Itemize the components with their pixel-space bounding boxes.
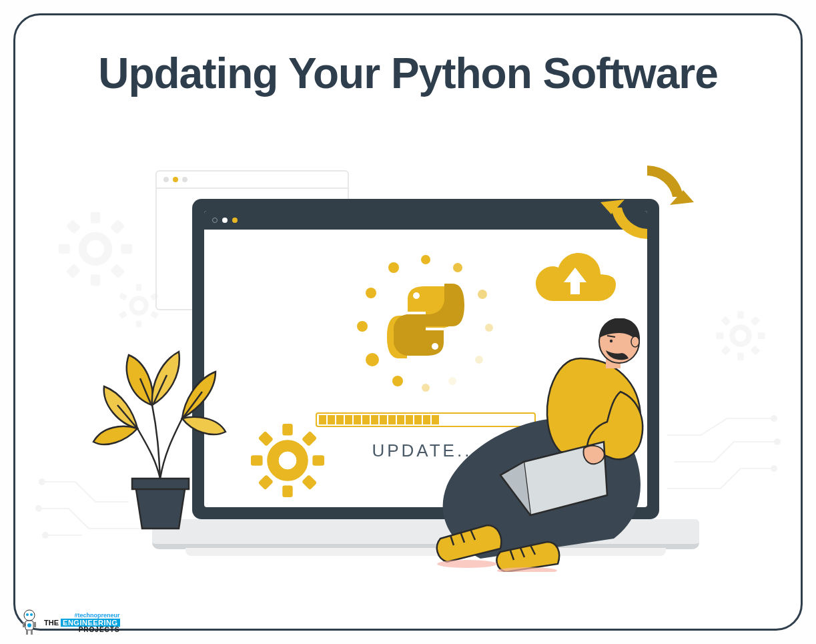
svg-point-30 bbox=[771, 466, 777, 471]
svg-rect-55 bbox=[132, 478, 189, 489]
svg-point-40 bbox=[366, 353, 379, 366]
svg-rect-17 bbox=[737, 311, 744, 318]
svg-point-59 bbox=[610, 340, 613, 342]
progress-segment bbox=[371, 415, 378, 424]
robot-icon bbox=[19, 609, 40, 636]
svg-rect-18 bbox=[751, 316, 761, 326]
svg-point-41 bbox=[392, 376, 403, 386]
svg-rect-14 bbox=[119, 311, 127, 319]
logo-engineering: ENGINEERING bbox=[61, 619, 120, 627]
svg-rect-46 bbox=[282, 424, 292, 436]
svg-point-37 bbox=[388, 262, 399, 273]
progress-segment bbox=[406, 415, 413, 424]
svg-point-62 bbox=[24, 610, 35, 621]
svg-rect-69 bbox=[26, 630, 28, 635]
window-titlebar bbox=[204, 211, 647, 230]
progress-segment bbox=[380, 415, 387, 424]
svg-rect-8 bbox=[66, 220, 81, 234]
cloud-upload-icon bbox=[530, 248, 621, 311]
svg-rect-52 bbox=[251, 455, 263, 465]
progress-segment bbox=[388, 415, 396, 424]
person-illustration bbox=[414, 318, 701, 572]
progress-segment bbox=[345, 415, 352, 424]
svg-rect-19 bbox=[758, 332, 765, 339]
svg-rect-10 bbox=[136, 284, 141, 291]
svg-point-66 bbox=[27, 623, 31, 627]
svg-point-29 bbox=[775, 439, 780, 444]
svg-point-32 bbox=[453, 263, 462, 272]
svg-point-9 bbox=[131, 298, 146, 313]
svg-rect-21 bbox=[737, 353, 744, 360]
svg-point-16 bbox=[732, 327, 749, 344]
logo-hashtag: #technopreneur bbox=[44, 613, 120, 619]
progress-segment bbox=[336, 415, 344, 424]
svg-rect-6 bbox=[66, 264, 81, 278]
progress-segment bbox=[362, 415, 370, 424]
site-logo: #technopreneur THE ENGINEERING PROJECTS bbox=[19, 609, 120, 636]
svg-point-31 bbox=[421, 255, 430, 264]
svg-rect-4 bbox=[110, 264, 125, 278]
svg-point-60 bbox=[437, 560, 497, 568]
svg-point-43 bbox=[413, 292, 420, 299]
svg-rect-50 bbox=[282, 485, 292, 497]
bg-gear-icon bbox=[714, 309, 767, 362]
progress-segment bbox=[319, 415, 326, 424]
svg-point-28 bbox=[771, 416, 777, 421]
svg-rect-3 bbox=[121, 244, 132, 254]
svg-point-0 bbox=[83, 236, 108, 262]
svg-rect-67 bbox=[23, 622, 25, 627]
svg-rect-47 bbox=[302, 431, 317, 446]
svg-rect-2 bbox=[110, 220, 125, 234]
svg-rect-5 bbox=[91, 274, 100, 286]
progress-segment bbox=[328, 415, 335, 424]
svg-rect-13 bbox=[136, 320, 141, 327]
plant-illustration bbox=[85, 338, 232, 532]
gear-icon bbox=[251, 424, 324, 497]
svg-point-25 bbox=[39, 479, 45, 485]
svg-rect-12 bbox=[150, 311, 159, 319]
svg-point-26 bbox=[36, 506, 41, 511]
svg-rect-20 bbox=[751, 346, 761, 356]
progress-segment bbox=[354, 415, 361, 424]
svg-rect-51 bbox=[258, 474, 274, 490]
content-frame: Updating Your Python Software bbox=[13, 13, 803, 631]
svg-point-33 bbox=[478, 290, 487, 299]
logo-projects: PROJECTS bbox=[44, 627, 120, 633]
svg-rect-49 bbox=[302, 474, 317, 490]
svg-rect-1 bbox=[91, 212, 100, 224]
svg-point-58 bbox=[631, 336, 639, 347]
svg-rect-15 bbox=[119, 292, 127, 300]
logo-the: THE bbox=[44, 619, 59, 627]
svg-point-54 bbox=[279, 452, 296, 469]
progress-segment bbox=[397, 415, 404, 424]
svg-rect-23 bbox=[716, 332, 723, 339]
bg-gear-icon bbox=[55, 209, 135, 289]
svg-point-63 bbox=[26, 613, 29, 616]
svg-rect-70 bbox=[31, 630, 33, 635]
svg-point-64 bbox=[30, 613, 33, 616]
refresh-arrows-icon bbox=[600, 155, 694, 249]
window-dot-icon bbox=[232, 218, 238, 223]
svg-rect-22 bbox=[721, 346, 731, 356]
window-dot-icon bbox=[212, 218, 218, 223]
svg-rect-7 bbox=[59, 244, 70, 254]
svg-rect-53 bbox=[258, 431, 274, 446]
window-dot-icon bbox=[222, 218, 228, 223]
svg-rect-24 bbox=[721, 316, 731, 326]
svg-point-38 bbox=[366, 288, 376, 298]
svg-rect-68 bbox=[34, 622, 36, 627]
svg-point-39 bbox=[357, 321, 368, 332]
svg-point-27 bbox=[43, 533, 48, 538]
page-title: Updating Your Python Software bbox=[15, 49, 801, 98]
logo-line1: THE ENGINEERING bbox=[44, 619, 120, 627]
